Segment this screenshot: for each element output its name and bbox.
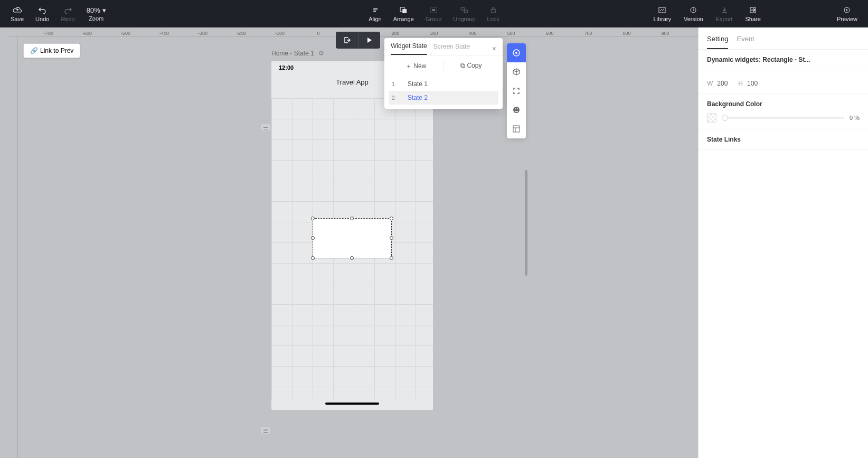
scrollbar[interactable] <box>525 170 527 276</box>
state-item[interactable]: 1 State 1 <box>389 77 498 91</box>
chevron-down-icon: ▾ <box>102 6 106 14</box>
tab-event[interactable]: Event <box>737 35 754 49</box>
arrange-button[interactable]: Arrange <box>393 5 414 22</box>
version-button[interactable]: Version <box>684 5 703 22</box>
vertical-ruler <box>8 37 18 458</box>
emoji-tool[interactable] <box>507 100 526 119</box>
library-button[interactable]: Library <box>653 5 671 22</box>
svg-point-20 <box>513 107 520 113</box>
share-icon <box>748 5 758 15</box>
play-button[interactable] <box>358 32 380 49</box>
cloud-save-icon <box>13 5 22 15</box>
svg-rect-1 <box>402 9 407 13</box>
svg-rect-3 <box>432 9 435 11</box>
save-button[interactable]: Save <box>11 5 24 22</box>
panel-toggle-top[interactable] <box>261 124 270 131</box>
library-icon <box>657 5 667 15</box>
arrange-icon <box>399 5 408 15</box>
undo-icon <box>37 5 47 15</box>
home-indicator <box>325 403 379 405</box>
state-links-label: State Links <box>707 136 860 143</box>
resize-handle-e[interactable] <box>390 236 393 240</box>
opacity-slider[interactable] <box>722 117 844 119</box>
zoom-control[interactable]: 80% ▾ Zoom <box>87 6 106 22</box>
device-frame: 12:00 Travel App <box>271 61 433 410</box>
breadcrumb: Home - State 1 ⚙ <box>271 50 324 57</box>
cube-tool[interactable] <box>507 62 526 81</box>
align-button[interactable]: Align <box>369 5 381 22</box>
tab-widget-state[interactable]: Widget State <box>391 42 427 55</box>
height-field[interactable]: H 100 <box>738 80 758 87</box>
group-icon <box>429 5 438 15</box>
svg-rect-4 <box>461 7 464 10</box>
state-item[interactable]: 2 State 2 <box>389 91 498 105</box>
svg-rect-5 <box>464 10 467 13</box>
preview-play-bar <box>336 32 380 49</box>
top-toolbar: Save Undo Redo 80% ▾ Zoom Alig <box>0 0 868 27</box>
svg-rect-6 <box>491 10 495 13</box>
preview-button[interactable]: Preview <box>837 5 857 22</box>
right-tool-strip <box>507 43 526 138</box>
exit-preview-button[interactable] <box>336 32 358 49</box>
lock-button[interactable]: Lock <box>487 5 499 22</box>
copy-state-button[interactable]: ⧉ Copy <box>444 60 499 73</box>
widget-name-label: Dynamic widgets: Rectangle - St... <box>707 56 860 63</box>
link-icon: 🔗 <box>30 47 38 54</box>
export-icon <box>720 5 729 15</box>
properties-panel: Setting Event Dynamic widgets: Rectangle… <box>698 27 868 458</box>
gear-icon[interactable]: ⚙ <box>318 50 324 57</box>
tab-setting[interactable]: Setting <box>707 35 728 49</box>
width-field[interactable]: W 200 <box>707 80 728 87</box>
share-button[interactable]: Share <box>746 5 761 22</box>
undo-button[interactable]: Undo <box>35 5 49 22</box>
breadcrumb-text: Home - State 1 <box>271 50 314 57</box>
status-time: 12:00 <box>279 64 294 71</box>
canvas[interactable]: -700-600-500-400-300-200-100010020030040… <box>8 27 698 458</box>
resize-handle-ne[interactable] <box>390 217 393 220</box>
svg-rect-23 <box>513 126 520 132</box>
svg-point-19 <box>515 52 517 54</box>
slider-thumb[interactable] <box>722 115 728 121</box>
redo-icon <box>63 5 73 15</box>
main-area: -700-600-500-400-300-200-100010020030040… <box>0 27 868 458</box>
resize-handle-s[interactable] <box>350 256 354 260</box>
resize-handle-w[interactable] <box>311 236 315 240</box>
layout-tool[interactable] <box>507 119 526 138</box>
tab-screen-state[interactable]: Screen State <box>433 43 470 54</box>
resize-handle-se[interactable] <box>390 256 393 260</box>
target-tool[interactable] <box>507 43 526 62</box>
new-state-button[interactable]: ＋ New <box>389 60 444 73</box>
export-button[interactable]: Export <box>716 5 733 22</box>
version-icon <box>688 5 698 15</box>
widget-state-panel: Widget State Screen State × ＋ New ⧉ Copy… <box>384 38 503 109</box>
align-icon <box>370 5 380 15</box>
panel-toggle-bottom[interactable] <box>261 427 270 434</box>
opacity-value: 0 % <box>850 115 860 121</box>
resize-handle-nw[interactable] <box>311 217 315 220</box>
close-icon[interactable]: × <box>492 44 496 53</box>
link-to-prev-button[interactable]: 🔗 Link to Prev <box>23 43 80 58</box>
bg-color-label: Background Color <box>707 100 860 108</box>
selected-rectangle[interactable] <box>313 218 392 258</box>
lock-icon <box>488 5 498 15</box>
resize-handle-n[interactable] <box>350 217 354 220</box>
svg-point-22 <box>517 108 518 109</box>
ungroup-icon <box>459 5 469 15</box>
left-tool-strip <box>0 27 8 458</box>
redo-button[interactable]: Redo <box>61 5 74 22</box>
preview-icon <box>842 5 852 15</box>
resize-handle-sw[interactable] <box>311 256 315 260</box>
ungroup-button[interactable]: Ungroup <box>453 5 475 22</box>
zoom-value: 80% <box>87 6 100 14</box>
group-button[interactable]: Group <box>426 5 442 22</box>
svg-point-21 <box>515 108 516 109</box>
expand-tool[interactable] <box>507 81 526 100</box>
color-swatch[interactable] <box>707 113 716 123</box>
